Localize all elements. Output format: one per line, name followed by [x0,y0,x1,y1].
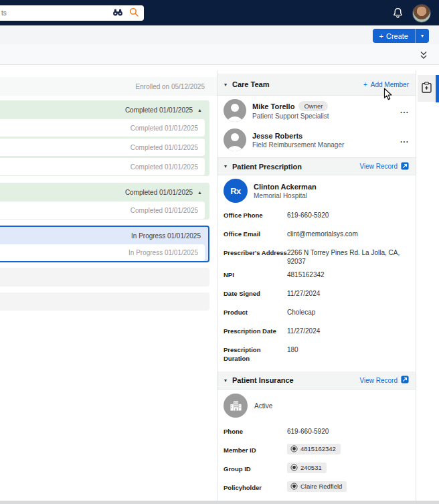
timeline-stage-group-completed-2: Completed 01/01/2025 ▲ Completed 01/01/2… [0,183,209,220]
insurance-status-row: Active [217,390,416,422]
field-row: Office Phone619-660-5920 [217,206,416,225]
create-split-button: + Create ▾ [373,29,429,43]
bottom-scroll-track[interactable] [0,501,439,504]
stage-header[interactable]: Completed 01/01/2025 ▲ [0,183,209,201]
field-value: 240531 [300,464,322,471]
field-label: Prescriber's Address [224,248,287,257]
care-team-member-row: Jesse Roberts Field Reimbursement Manage… [217,125,416,155]
member-actions-menu-icon[interactable]: ... [400,106,409,115]
insurance-section: ▾ Patient Insurance View Record Active P… [217,371,416,497]
search-input-value[interactable]: ts [1,9,7,17]
field-label: Policyholder [224,484,287,491]
collapse-all-icon[interactable] [420,50,428,62]
field-label: Office Email [224,230,287,238]
member-role: Patient Support Specialist [252,112,400,120]
insurance-section-header: ▾ Patient Insurance View Record [217,371,416,390]
stage-header[interactable]: In Progress 01/01/2025 [0,227,208,244]
user-avatar[interactable] [412,4,431,23]
field-row: ProductCholecap [217,303,416,322]
field-value: 2266 N Torrey Pines Rd. La Jolla, CA, 92… [287,248,410,266]
field-label: NPI [224,270,287,279]
chevron-up-icon[interactable]: ▲ [197,190,202,195]
notifications-bell-icon[interactable] [391,7,405,20]
timeline-task-row[interactable]: Completed 01/01/2025 [0,139,205,156]
hospital-building-icon [224,394,248,418]
insurance-title: Patient Insurance [232,376,359,384]
field-label: Prescription Duration [224,345,287,363]
external-link-icon [401,162,409,171]
view-record-label: View Record [359,377,398,384]
side-tab-gutter [416,65,439,501]
protected-value-pill: 4815162342 [287,444,341,454]
prescriber-identity-row: Rx Clinton Ackerman Memorial Hospital [217,175,416,206]
binoculars-icon[interactable] [112,7,123,19]
timeline-task-row[interactable]: Completed 01/01/2025 [0,119,205,137]
view-record-label: View Record [359,163,398,170]
main-content: Enrolled on 05/12/2025 Completed 01/01/2… [0,65,439,501]
person-avatar-icon [224,129,246,151]
patient-detail-screen: ts + Create ▾ Enrolled on 05/1 [0,0,439,504]
timeline-stage-group-pending[interactable] [0,292,209,311]
field-label: Product [224,308,287,317]
field-label: Group ID [224,465,287,473]
prescription-view-record-link[interactable]: View Record [359,162,409,171]
member-name: Jesse Roberts [252,132,302,140]
field-label: Phone [224,428,287,435]
prescription-title: Patient Prescription [232,163,359,171]
field-row: Prescriber's Address2266 N Torrey Pines … [217,244,416,266]
stage-header-label: Completed 01/01/2025 [125,106,193,114]
chevron-down-icon[interactable]: ▾ [224,163,227,169]
field-value: clint@memorialsys.com [287,230,358,238]
care-team-section-header: ▾ Care Team + Add Member [217,74,416,96]
field-label: Prescription Date [224,327,287,335]
field-row: Office Emailclint@memorialsys.com [217,225,416,244]
enrolled-on-text: Enrolled on 05/12/2025 [136,83,205,90]
field-row: Phone619-660-5920 [217,422,416,440]
chevron-up-icon[interactable]: ▲ [197,108,202,112]
field-row: Member ID4815162342 [217,440,416,459]
plus-icon: + [379,32,383,40]
stage-header-label: In Progress 01/01/2025 [131,232,201,240]
field-label: Date Signed [224,289,287,298]
field-row: Group ID240531 [217,459,416,478]
create-button[interactable]: + Create [373,29,415,43]
create-button-label: Create [386,32,408,40]
field-row: Prescription Date11/27/2024 [217,322,416,341]
create-dropdown-button[interactable]: ▾ [415,29,429,43]
member-name: Mike Torello [252,102,294,110]
field-value: 619-660-5920 [287,428,329,435]
enrollment-status-band: Enrolled on 05/12/2025 [0,77,217,96]
care-team-title: Care Team [232,80,363,88]
timeline-task-row[interactable]: In Progress 01/01/2025 [0,244,205,261]
field-row: NPI4815162342 [217,266,416,284]
field-value: Cholecap [287,308,315,317]
insurance-view-record-link[interactable]: View Record [359,375,409,385]
field-label: Office Phone [224,211,287,220]
chevron-down-icon[interactable]: ▾ [224,82,227,88]
protected-value-pill: 240531 [287,463,327,473]
field-value: 619-660-5920 [287,211,329,220]
protected-value-pill: Claire Redfield [287,481,347,492]
timeline-stage-group-pending[interactable] [0,268,209,286]
field-value: 4815162342 [300,445,336,452]
field-row: PolicyholderClaire Redfield [217,478,416,497]
notes-panel-tab[interactable] [418,75,436,102]
add-member-button[interactable]: + Add Member [363,81,409,88]
field-value: 180 [287,345,298,354]
chevron-down-icon[interactable]: ▾ [224,377,227,384]
external-link-icon [401,375,409,385]
stage-header[interactable]: Completed 01/01/2025 ▲ [0,100,209,119]
search-icon[interactable] [129,7,139,19]
global-search-input[interactable]: ts [0,5,144,21]
prescriber-organization: Memorial Hospital [254,192,317,199]
prescriber-name: Clinton Ackerman [254,183,317,191]
timeline-task-row[interactable]: Completed 01/01/2025 [0,158,205,175]
timeline-task-row[interactable]: Completed 01/01/2025 [0,201,205,219]
member-actions-menu-icon[interactable]: ... [400,135,409,145]
rx-icon: Rx [224,179,248,203]
add-member-label: Add Member [371,81,409,88]
field-value: 4815162342 [287,270,325,279]
care-team-member-row: Mike Torello Owner Patient Support Speci… [217,96,416,125]
member-role: Field Reimbursement Manager [252,141,400,149]
plus-icon: + [363,81,367,88]
